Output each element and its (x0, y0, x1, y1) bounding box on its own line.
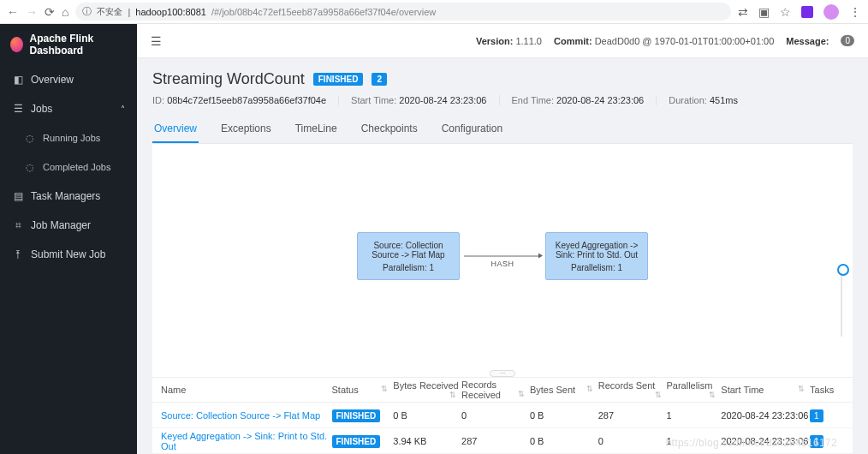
url-host: hadoop100:8081 (135, 7, 206, 17)
duration-label: Duration: (669, 95, 707, 105)
top-meta: Version: 1.11.0 Commit: DeadD0d0 @ 1970-… (476, 35, 854, 46)
brand: Apache Flink Dashboard (0, 24, 137, 65)
sidebar-label-task-managers: Task Managers (31, 190, 100, 202)
row-tasks: 1 (810, 409, 823, 422)
upload-icon: ⭱ (12, 248, 24, 260)
sidebar-item-job-manager[interactable]: ⌗ Job Manager (0, 211, 137, 240)
server-icon: ▤ (12, 190, 24, 202)
node-parallelism: Parallelism: 1 (365, 263, 452, 272)
profile-avatar-icon[interactable] (823, 4, 839, 20)
sidebar: Apache Flink Dashboard ◧ Overview ☰ Jobs… (0, 24, 137, 454)
menu-icon[interactable]: ⋮ (849, 6, 861, 18)
sidebar-item-submit[interactable]: ⭱ Submit New Job (0, 240, 137, 269)
job-end: 2020-08-24 23:23:06 (556, 95, 644, 105)
row-status: FINISHED (332, 435, 381, 448)
overview-panel: Source: Collection Source -> Flat Map Pa… (152, 144, 853, 454)
th-tasks[interactable]: Tasks (810, 385, 844, 395)
check-circle-icon: ◌ (24, 161, 36, 173)
th-bytes-sent[interactable]: Bytes Sent⇅ (530, 385, 598, 395)
row-name[interactable]: Source: Collection Source -> Flat Map (161, 410, 332, 421)
th-start-time[interactable]: Start Time⇅ (721, 385, 810, 395)
main: ☰ Version: 1.11.0 Commit: DeadD0d0 @ 197… (137, 24, 868, 454)
star-icon[interactable]: ☆ (780, 6, 791, 18)
node-label: Keyed Aggregation -> Sink: Print to Std.… (553, 241, 640, 260)
sidebar-label-completed-jobs: Completed Jobs (43, 162, 111, 172)
arrow-right-icon (538, 254, 543, 259)
info-icon: ⓘ (82, 5, 92, 18)
sort-icon: ⇅ (655, 391, 662, 399)
play-circle-icon: ◌ (24, 132, 36, 144)
sidebar-item-running-jobs[interactable]: ◌ Running Jobs (0, 123, 137, 152)
row-records-received: 287 (461, 436, 530, 446)
th-name[interactable]: Name (161, 385, 332, 395)
sort-icon: ⇅ (709, 391, 716, 399)
chevron-up-icon: ˄ (121, 105, 125, 114)
row-parallelism: 1 (667, 410, 722, 421)
node-label: Source: Collection Source -> Flat Map (365, 241, 452, 260)
job-start: 2020-08-24 23:23:06 (399, 95, 486, 105)
sort-icon: ⇅ (518, 390, 525, 398)
job-id: 08b4c72ef15eeb87a9958a66ef37f04e (167, 95, 326, 105)
meta-row: ID: 08b4c72ef15eeb87a9958a66ef37f04e Sta… (152, 95, 853, 105)
home-icon[interactable]: ⌂ (62, 6, 68, 18)
th-bytes-received[interactable]: Bytes Received⇅ (393, 380, 461, 399)
commit-label: Commit: (554, 36, 592, 46)
url-separator: | (128, 7, 130, 17)
tabs: Overview Exceptions TimeLine Checkpoints… (152, 116, 853, 144)
job-status-badge: FINISHED (313, 73, 364, 86)
th-records-sent[interactable]: Records Sent⇅ (598, 380, 667, 399)
reload-icon[interactable]: ⟳ (45, 6, 55, 18)
table-row[interactable]: Source: Collection Source -> Flat Map FI… (152, 403, 853, 428)
qr-icon[interactable]: ▣ (758, 6, 770, 18)
end-label: End Time: (512, 95, 555, 105)
th-status[interactable]: Status⇅ (332, 385, 394, 395)
version-label: Version: (476, 36, 513, 46)
insecure-label: 不安全 (97, 6, 122, 18)
browser-actions: ⇄ ▣ ☆ ⋮ (738, 4, 861, 20)
node-parallelism: Parallelism: 1 (553, 263, 640, 272)
sidebar-item-overview[interactable]: ◧ Overview (0, 65, 137, 94)
brand-label: Apache Flink Dashboard (30, 33, 127, 57)
sort-icon: ⇅ (586, 385, 593, 393)
sidebar-label-running-jobs: Running Jobs (43, 133, 100, 143)
id-label: ID: (152, 95, 164, 105)
tab-exceptions[interactable]: Exceptions (219, 116, 273, 143)
graph-node-sink[interactable]: Keyed Aggregation -> Sink: Print to Std.… (545, 232, 648, 280)
message-label: Message: (786, 36, 829, 46)
message-count-badge[interactable]: 0 (841, 35, 854, 46)
sidebar-label-submit: Submit New Job (31, 248, 105, 260)
th-records-received[interactable]: Records Received⇅ (461, 379, 530, 400)
collapse-sidebar-icon[interactable]: ☰ (151, 34, 162, 48)
browser-chrome: ← → ⟳ ⌂ ⓘ 不安全 | hadoop100:8081 /#/job/08… (0, 0, 868, 24)
panel-resize-handle[interactable]: ··· (490, 370, 515, 377)
zoom-slider[interactable] (841, 268, 842, 337)
forward-icon[interactable]: → (26, 6, 38, 18)
row-bytes-sent: 0 B (530, 436, 598, 446)
translate-icon[interactable]: ⇄ (738, 6, 748, 18)
job-graph[interactable]: Source: Collection Source -> Flat Map Pa… (152, 144, 853, 368)
address-bar[interactable]: ⓘ 不安全 | hadoop100:8081 /#/job/08b4c72ef1… (75, 3, 731, 21)
tab-checkpoints[interactable]: Checkpoints (360, 116, 419, 143)
row-records-received: 0 (461, 410, 530, 421)
tab-timeline[interactable]: TimeLine (294, 116, 339, 143)
row-bytes-received: 3.94 KB (393, 436, 461, 446)
graph-node-source[interactable]: Source: Collection Source -> Flat Map Pa… (357, 232, 460, 280)
sidebar-label-overview: Overview (31, 74, 74, 86)
extension-purple-icon[interactable] (801, 6, 813, 18)
tab-configuration[interactable]: Configuration (440, 116, 504, 143)
start-label: Start Time: (351, 95, 396, 105)
topbar: ☰ Version: 1.11.0 Commit: DeadD0d0 @ 197… (137, 24, 868, 58)
row-name[interactable]: Keyed Aggregation -> Sink: Print to Std.… (161, 431, 332, 451)
sort-icon: ⇅ (798, 385, 805, 393)
row-status: FINISHED (332, 409, 381, 422)
sidebar-item-completed-jobs[interactable]: ◌ Completed Jobs (0, 152, 137, 182)
title-row: Streaming WordCount FINISHED 2 (152, 70, 853, 88)
sidebar-item-task-managers[interactable]: ▤ Task Managers (0, 182, 137, 211)
graph-edge: HASH (464, 256, 541, 257)
back-icon[interactable]: ← (7, 6, 19, 18)
th-parallelism[interactable]: Parallelism⇅ (667, 380, 722, 399)
row-records-sent: 287 (598, 410, 667, 421)
sort-icon: ⇅ (381, 385, 388, 393)
tab-overview[interactable]: Overview (152, 116, 199, 143)
sidebar-item-jobs[interactable]: ☰ Jobs ˄ (0, 94, 137, 123)
